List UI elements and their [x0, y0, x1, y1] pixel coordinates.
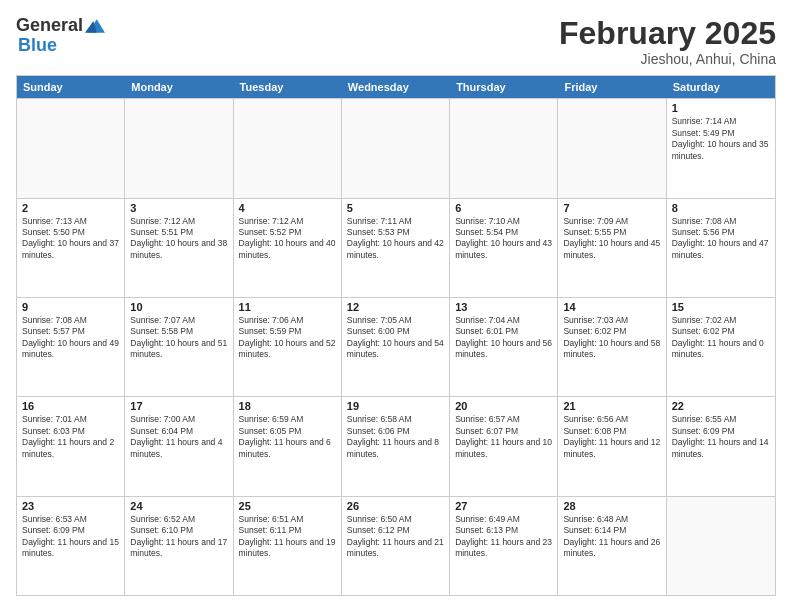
day-number: 7: [563, 202, 660, 214]
calendar-week-5: 23Sunrise: 6:53 AM Sunset: 6:09 PM Dayli…: [17, 496, 775, 595]
day-number: 24: [130, 500, 227, 512]
cal-cell-4-5: 20Sunrise: 6:57 AM Sunset: 6:07 PM Dayli…: [450, 397, 558, 495]
day-number: 19: [347, 400, 444, 412]
day-number: 2: [22, 202, 119, 214]
day-number: 4: [239, 202, 336, 214]
cal-cell-5-2: 24Sunrise: 6:52 AM Sunset: 6:10 PM Dayli…: [125, 497, 233, 595]
day-number: 20: [455, 400, 552, 412]
cal-cell-1-6: [558, 99, 666, 197]
header: General Blue February 2025 Jieshou, Anhu…: [16, 16, 776, 67]
day-number: 6: [455, 202, 552, 214]
day-info: Sunrise: 7:02 AM Sunset: 6:02 PM Dayligh…: [672, 315, 770, 361]
cal-cell-1-7: 1Sunrise: 7:14 AM Sunset: 5:49 PM Daylig…: [667, 99, 775, 197]
day-info: Sunrise: 6:50 AM Sunset: 6:12 PM Dayligh…: [347, 514, 444, 560]
day-info: Sunrise: 7:14 AM Sunset: 5:49 PM Dayligh…: [672, 116, 770, 162]
cal-cell-5-3: 25Sunrise: 6:51 AM Sunset: 6:11 PM Dayli…: [234, 497, 342, 595]
day-number: 22: [672, 400, 770, 412]
day-info: Sunrise: 7:06 AM Sunset: 5:59 PM Dayligh…: [239, 315, 336, 361]
location-subtitle: Jieshou, Anhui, China: [559, 51, 776, 67]
day-info: Sunrise: 7:09 AM Sunset: 5:55 PM Dayligh…: [563, 216, 660, 262]
day-info: Sunrise: 6:58 AM Sunset: 6:06 PM Dayligh…: [347, 414, 444, 460]
cal-cell-1-4: [342, 99, 450, 197]
day-number: 15: [672, 301, 770, 313]
day-number: 11: [239, 301, 336, 313]
header-day-thursday: Thursday: [450, 76, 558, 98]
day-number: 18: [239, 400, 336, 412]
cal-cell-3-6: 14Sunrise: 7:03 AM Sunset: 6:02 PM Dayli…: [558, 298, 666, 396]
day-info: Sunrise: 7:08 AM Sunset: 5:56 PM Dayligh…: [672, 216, 770, 262]
day-number: 12: [347, 301, 444, 313]
day-number: 14: [563, 301, 660, 313]
logo-icon: [85, 16, 105, 36]
day-info: Sunrise: 6:59 AM Sunset: 6:05 PM Dayligh…: [239, 414, 336, 460]
day-number: 3: [130, 202, 227, 214]
cal-cell-2-1: 2Sunrise: 7:13 AM Sunset: 5:50 PM Daylig…: [17, 199, 125, 297]
day-info: Sunrise: 7:12 AM Sunset: 5:51 PM Dayligh…: [130, 216, 227, 262]
cal-cell-2-6: 7Sunrise: 7:09 AM Sunset: 5:55 PM Daylig…: [558, 199, 666, 297]
header-day-monday: Monday: [125, 76, 233, 98]
cal-cell-4-2: 17Sunrise: 7:00 AM Sunset: 6:04 PM Dayli…: [125, 397, 233, 495]
cal-cell-3-2: 10Sunrise: 7:07 AM Sunset: 5:58 PM Dayli…: [125, 298, 233, 396]
logo-blue: Blue: [16, 36, 105, 56]
day-number: 1: [672, 102, 770, 114]
day-number: 21: [563, 400, 660, 412]
cal-cell-3-3: 11Sunrise: 7:06 AM Sunset: 5:59 PM Dayli…: [234, 298, 342, 396]
cal-cell-3-5: 13Sunrise: 7:04 AM Sunset: 6:01 PM Dayli…: [450, 298, 558, 396]
day-info: Sunrise: 7:01 AM Sunset: 6:03 PM Dayligh…: [22, 414, 119, 460]
cal-cell-5-4: 26Sunrise: 6:50 AM Sunset: 6:12 PM Dayli…: [342, 497, 450, 595]
logo-general: General: [16, 16, 83, 36]
cal-cell-4-6: 21Sunrise: 6:56 AM Sunset: 6:08 PM Dayli…: [558, 397, 666, 495]
header-day-sunday: Sunday: [17, 76, 125, 98]
day-number: 26: [347, 500, 444, 512]
day-info: Sunrise: 7:05 AM Sunset: 6:00 PM Dayligh…: [347, 315, 444, 361]
calendar-week-4: 16Sunrise: 7:01 AM Sunset: 6:03 PM Dayli…: [17, 396, 775, 495]
day-number: 17: [130, 400, 227, 412]
header-day-wednesday: Wednesday: [342, 76, 450, 98]
day-info: Sunrise: 6:57 AM Sunset: 6:07 PM Dayligh…: [455, 414, 552, 460]
day-number: 13: [455, 301, 552, 313]
day-number: 25: [239, 500, 336, 512]
cal-cell-5-7: [667, 497, 775, 595]
day-number: 9: [22, 301, 119, 313]
cal-cell-1-5: [450, 99, 558, 197]
day-number: 10: [130, 301, 227, 313]
cal-cell-4-7: 22Sunrise: 6:55 AM Sunset: 6:09 PM Dayli…: [667, 397, 775, 495]
day-info: Sunrise: 7:08 AM Sunset: 5:57 PM Dayligh…: [22, 315, 119, 361]
day-number: 8: [672, 202, 770, 214]
day-info: Sunrise: 7:10 AM Sunset: 5:54 PM Dayligh…: [455, 216, 552, 262]
cal-cell-3-4: 12Sunrise: 7:05 AM Sunset: 6:00 PM Dayli…: [342, 298, 450, 396]
cal-cell-2-4: 5Sunrise: 7:11 AM Sunset: 5:53 PM Daylig…: [342, 199, 450, 297]
cal-cell-1-2: [125, 99, 233, 197]
day-info: Sunrise: 7:12 AM Sunset: 5:52 PM Dayligh…: [239, 216, 336, 262]
cal-cell-1-3: [234, 99, 342, 197]
day-info: Sunrise: 6:55 AM Sunset: 6:09 PM Dayligh…: [672, 414, 770, 460]
day-info: Sunrise: 6:51 AM Sunset: 6:11 PM Dayligh…: [239, 514, 336, 560]
calendar: SundayMondayTuesdayWednesdayThursdayFrid…: [16, 75, 776, 596]
day-info: Sunrise: 7:11 AM Sunset: 5:53 PM Dayligh…: [347, 216, 444, 262]
day-number: 27: [455, 500, 552, 512]
cal-cell-2-3: 4Sunrise: 7:12 AM Sunset: 5:52 PM Daylig…: [234, 199, 342, 297]
cal-cell-5-6: 28Sunrise: 6:48 AM Sunset: 6:14 PM Dayli…: [558, 497, 666, 595]
header-day-saturday: Saturday: [667, 76, 775, 98]
day-info: Sunrise: 7:03 AM Sunset: 6:02 PM Dayligh…: [563, 315, 660, 361]
day-info: Sunrise: 7:00 AM Sunset: 6:04 PM Dayligh…: [130, 414, 227, 460]
cal-cell-2-2: 3Sunrise: 7:12 AM Sunset: 5:51 PM Daylig…: [125, 199, 233, 297]
day-info: Sunrise: 6:48 AM Sunset: 6:14 PM Dayligh…: [563, 514, 660, 560]
header-day-tuesday: Tuesday: [234, 76, 342, 98]
day-number: 5: [347, 202, 444, 214]
cal-cell-2-7: 8Sunrise: 7:08 AM Sunset: 5:56 PM Daylig…: [667, 199, 775, 297]
header-day-friday: Friday: [558, 76, 666, 98]
cal-cell-1-1: [17, 99, 125, 197]
day-info: Sunrise: 6:49 AM Sunset: 6:13 PM Dayligh…: [455, 514, 552, 560]
day-number: 23: [22, 500, 119, 512]
cal-cell-4-1: 16Sunrise: 7:01 AM Sunset: 6:03 PM Dayli…: [17, 397, 125, 495]
cal-cell-3-1: 9Sunrise: 7:08 AM Sunset: 5:57 PM Daylig…: [17, 298, 125, 396]
cal-cell-3-7: 15Sunrise: 7:02 AM Sunset: 6:02 PM Dayli…: [667, 298, 775, 396]
day-info: Sunrise: 6:56 AM Sunset: 6:08 PM Dayligh…: [563, 414, 660, 460]
day-info: Sunrise: 6:53 AM Sunset: 6:09 PM Dayligh…: [22, 514, 119, 560]
day-info: Sunrise: 7:13 AM Sunset: 5:50 PM Dayligh…: [22, 216, 119, 262]
calendar-week-2: 2Sunrise: 7:13 AM Sunset: 5:50 PM Daylig…: [17, 198, 775, 297]
page: General Blue February 2025 Jieshou, Anhu…: [0, 0, 792, 612]
day-info: Sunrise: 7:04 AM Sunset: 6:01 PM Dayligh…: [455, 315, 552, 361]
calendar-header: SundayMondayTuesdayWednesdayThursdayFrid…: [17, 76, 775, 98]
